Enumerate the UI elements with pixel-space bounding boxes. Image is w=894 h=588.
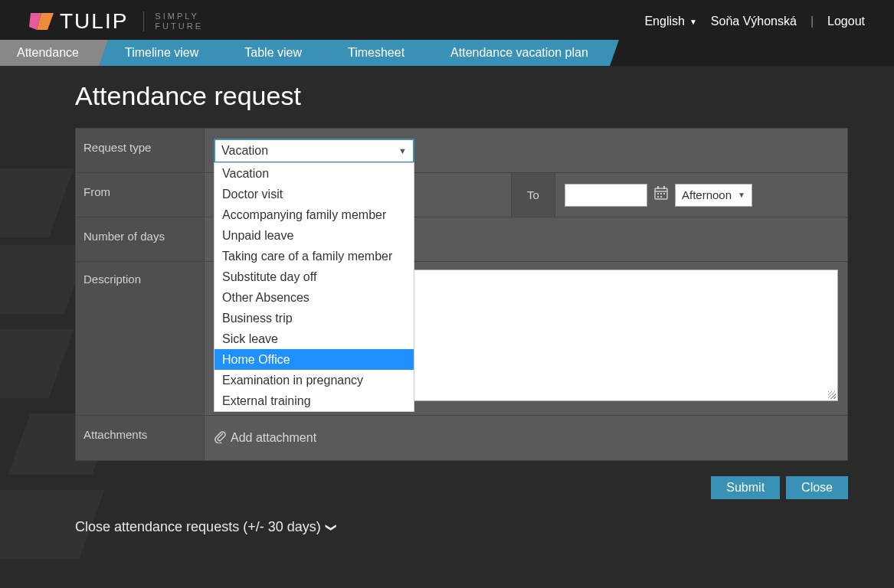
close-requests-toggle[interactable]: Close attendance requests (+/- 30 days) … (75, 499, 848, 535)
attachments-cell: Add attachment (205, 416, 847, 460)
request-type-option[interactable]: External training (214, 390, 414, 411)
to-label: To (511, 173, 555, 217)
tab-vacation-plan[interactable]: Attendance vacation plan (434, 40, 610, 66)
request-type-option[interactable]: Vacation (214, 163, 414, 184)
main-nav: Attendance Timeline view Table view Time… (0, 40, 894, 66)
select-arrow-icon: ▼ (738, 191, 745, 199)
language-selector[interactable]: English ▼ (644, 15, 696, 28)
chevron-down-icon: ❯ (326, 523, 338, 532)
request-type-option[interactable]: Taking care of a family member (214, 246, 414, 266)
request-type-option[interactable]: Accompanying family member (214, 204, 414, 225)
select-arrow-icon: ▼ (398, 146, 407, 155)
request-type-option[interactable]: Unpaid leave (214, 225, 414, 246)
request-type-option[interactable]: Other Absences (214, 287, 414, 308)
submit-button[interactable]: Submit (711, 476, 780, 499)
svg-rect-9 (657, 196, 659, 198)
page-body: Attendance request Request type Vacation… (0, 66, 894, 535)
brand-tagline: SIMPLY FUTURE (143, 11, 203, 31)
svg-rect-4 (657, 186, 659, 189)
svg-rect-10 (660, 196, 662, 198)
to-daypart-value: Afternoon (682, 188, 732, 201)
attachments-label: Attachments (76, 416, 205, 460)
separator: | (810, 15, 814, 28)
request-type-option[interactable]: Substitute day off (214, 266, 414, 287)
request-type-option[interactable]: Home Office (214, 349, 414, 370)
user-name: Soňa Výhonská (711, 15, 797, 28)
logo-icon (29, 10, 55, 33)
days-row: Number of days (76, 217, 847, 262)
svg-rect-7 (660, 193, 662, 194)
request-type-label: Request type (76, 129, 205, 172)
description-label: Description (76, 262, 205, 415)
to-daypart-select[interactable]: Afternoon ▼ (675, 184, 752, 207)
brand-logo: TULIP SIMPLY FUTURE (29, 9, 203, 34)
svg-rect-6 (657, 193, 659, 194)
resize-grip-icon[interactable] (828, 391, 836, 399)
add-attachment-link[interactable]: Add attachment (214, 430, 316, 446)
attendance-form: Request type Vacation ▼ VacationDoctor v… (75, 128, 848, 461)
svg-rect-8 (663, 193, 665, 194)
tab-timesheet[interactable]: Timesheet (331, 40, 426, 66)
request-type-cell: Vacation ▼ VacationDoctor visitAccompany… (205, 129, 847, 172)
brand-name: TULIP (60, 9, 128, 34)
to-cell: Afternoon ▼ (555, 173, 847, 217)
svg-rect-5 (663, 186, 665, 189)
date-row: From To Afternoon ▼ (76, 173, 847, 217)
request-type-option[interactable]: Doctor visit (214, 184, 414, 204)
description-row: Description (76, 262, 847, 416)
tab-attendance[interactable]: Attendance (0, 40, 100, 66)
days-label: Number of days (76, 217, 205, 261)
chevron-down-icon: ▼ (689, 18, 697, 26)
request-type-value: Vacation (221, 144, 268, 158)
request-type-option[interactable]: Sick leave (214, 328, 414, 349)
tab-timeline[interactable]: Timeline view (108, 40, 220, 66)
button-row: Submit Close (75, 461, 848, 499)
close-button[interactable]: Close (786, 476, 848, 499)
request-type-dropdown: VacationDoctor visitAccompanying family … (214, 162, 414, 412)
page-title: Attendance request (75, 81, 848, 111)
request-type-row: Request type Vacation ▼ VacationDoctor v… (76, 129, 847, 173)
app-header: TULIP SIMPLY FUTURE English ▼ Soňa Výhon… (0, 0, 894, 40)
language-label: English (644, 15, 684, 28)
logout-link[interactable]: Logout (827, 15, 865, 28)
request-type-option[interactable]: Examination in pregnancy (214, 370, 414, 390)
header-right: English ▼ Soňa Výhonská | Logout (644, 15, 865, 28)
paperclip-icon (214, 430, 226, 446)
from-label: From (76, 173, 205, 217)
to-date-input[interactable] (565, 184, 647, 207)
add-attachment-label: Add attachment (231, 431, 316, 445)
close-requests-label: Close attendance requests (+/- 30 days) (75, 519, 321, 535)
request-type-option[interactable]: Business trip (214, 308, 414, 328)
attachments-row: Attachments Add attachment (76, 416, 847, 460)
calendar-icon[interactable] (653, 185, 669, 204)
tab-table[interactable]: Table view (228, 40, 323, 66)
request-type-select[interactable]: Vacation ▼ (214, 139, 414, 163)
